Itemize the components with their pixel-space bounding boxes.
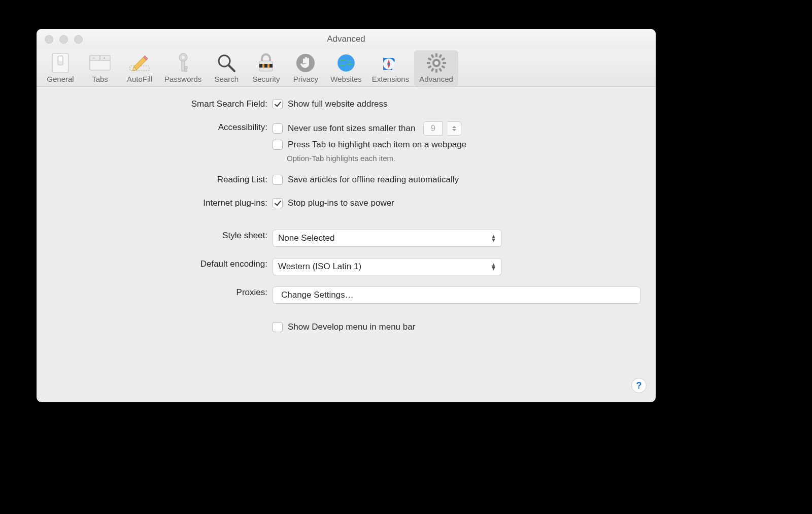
advanced-pane: Smart Search Field: Show full website ad…	[37, 87, 656, 348]
label-proxies: Proxies:	[52, 286, 273, 299]
tab-passwords[interactable]: Passwords	[159, 50, 207, 86]
checkbox-label: Press Tab to highlight each item on a we…	[288, 139, 466, 151]
zoom-window-button[interactable]	[74, 35, 83, 44]
hand-stop-icon	[295, 52, 316, 74]
close-window-button[interactable]	[45, 35, 53, 44]
svg-point-31	[388, 63, 390, 65]
tab-label: Tabs	[92, 75, 108, 83]
svg-rect-16	[185, 70, 187, 72]
chevron-up-down-icon: ▲▼	[491, 263, 496, 270]
checkbox-label: Never use font sizes smaller than	[288, 122, 415, 135]
min-font-size-stepper[interactable]	[448, 121, 461, 136]
tab-label: Security	[252, 75, 280, 83]
checkbox-show-full-address[interactable]	[273, 99, 283, 109]
titlebar: Advanced	[37, 29, 656, 49]
tab-autofill[interactable]: AutoFill	[120, 50, 159, 86]
pencil-form-icon	[129, 52, 150, 74]
checkbox-min-font-size[interactable]	[273, 123, 283, 134]
preferences-toolbar: General −+ Tabs AutoFill Passwords Searc…	[37, 49, 656, 87]
default-encoding-select[interactable]: Western (ISO Latin 1) ▲▼	[273, 258, 502, 275]
magnifier-icon	[216, 52, 237, 74]
padlock-icon	[255, 52, 277, 74]
svg-rect-33	[435, 53, 437, 57]
checkbox-press-tab[interactable]	[273, 140, 283, 150]
svg-rect-14	[182, 61, 185, 71]
tabs-icon: −+	[89, 52, 111, 74]
minimize-window-button[interactable]	[59, 35, 68, 44]
checkbox-show-develop[interactable]	[273, 322, 283, 332]
tab-search[interactable]: Search	[207, 50, 246, 86]
label-plugins: Internet plug-ins:	[52, 197, 273, 209]
tab-general[interactable]: General	[41, 50, 80, 86]
label-accessibility: Accessibility:	[52, 121, 273, 134]
tab-tabs[interactable]: −+ Tabs	[80, 50, 120, 86]
label-default-encoding: Default encoding:	[52, 258, 273, 270]
checkbox-save-offline[interactable]	[273, 175, 283, 185]
svg-point-34	[434, 61, 438, 65]
gear-icon	[426, 52, 447, 74]
checkbox-label: Show Develop menu in menu bar	[288, 321, 415, 333]
svg-marker-35	[452, 126, 456, 128]
globe-icon	[335, 52, 357, 74]
checkbox-stop-plugins[interactable]	[273, 198, 283, 208]
min-font-size-field[interactable]: 9	[423, 121, 443, 136]
select-value: None Selected	[278, 233, 335, 243]
checkbox-label: Stop plug-ins to save power	[288, 197, 394, 209]
tab-label: Advanced	[419, 75, 453, 83]
switch-icon	[50, 52, 71, 74]
svg-line-18	[229, 66, 234, 71]
svg-point-13	[182, 56, 185, 59]
help-button[interactable]: ?	[631, 378, 647, 393]
label-reading-list: Reading List:	[52, 174, 273, 186]
style-sheet-select[interactable]: None Selected ▲▼	[273, 230, 502, 247]
window-title: Advanced	[37, 34, 656, 44]
svg-marker-36	[452, 129, 456, 131]
svg-rect-24	[264, 64, 267, 68]
tab-advanced[interactable]: Advanced	[414, 50, 458, 86]
label-smart-search: Smart Search Field:	[52, 98, 273, 110]
tab-extensions[interactable]: Extensions	[367, 50, 414, 86]
checkbox-label: Show full website address	[288, 98, 388, 110]
key-icon	[173, 52, 194, 74]
press-tab-hint: Option-Tab highlights each item.	[287, 154, 640, 163]
puzzle-compass-icon	[380, 52, 401, 74]
svg-rect-25	[269, 64, 273, 68]
svg-text:+: +	[103, 56, 106, 60]
svg-text:−: −	[93, 56, 95, 60]
chevron-up-down-icon: ▲▼	[491, 235, 496, 242]
tab-label: Extensions	[372, 75, 409, 83]
svg-rect-2	[59, 57, 62, 61]
svg-marker-9	[134, 57, 147, 70]
tab-label: AutoFill	[127, 75, 152, 83]
change-proxies-button[interactable]: Change Settings…	[273, 286, 640, 304]
svg-rect-23	[259, 64, 262, 68]
tab-security[interactable]: Security	[246, 50, 286, 86]
select-value: Western (ISO Latin 1)	[278, 262, 361, 272]
tab-label: Websites	[330, 75, 361, 83]
tab-label: Passwords	[164, 75, 201, 83]
tab-label: Privacy	[293, 75, 318, 83]
tab-websites[interactable]: Websites	[325, 50, 366, 86]
preferences-window: Advanced General −+ Tabs AutoFill Passw	[37, 29, 656, 402]
tab-privacy[interactable]: Privacy	[286, 50, 325, 86]
tab-label: General	[47, 75, 74, 83]
label-style-sheet: Style sheet:	[52, 230, 273, 242]
tab-label: Search	[215, 75, 239, 83]
checkbox-label: Save articles for offline reading automa…	[288, 174, 459, 186]
window-controls	[45, 35, 83, 44]
svg-rect-15	[185, 67, 187, 69]
